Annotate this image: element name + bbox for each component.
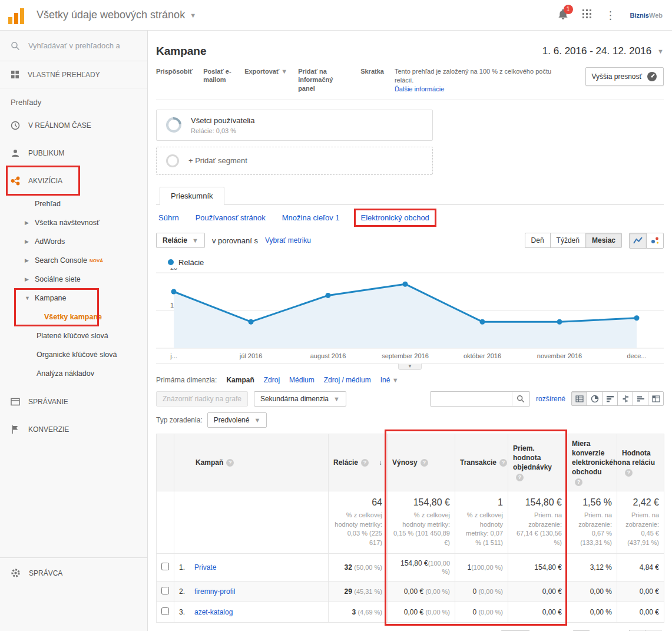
percentage-view-button[interactable]: [587, 391, 603, 406]
comparison-view-button[interactable]: [617, 391, 633, 406]
tab-explorer[interactable]: Prieskumník: [160, 187, 224, 205]
select-metric-link[interactable]: Vybrať metriku: [265, 236, 311, 245]
sidebar-item-all-traffic[interactable]: ▶Všetka návštevnosť: [0, 213, 147, 232]
sidebar-item-adwords[interactable]: ▶AdWords: [0, 232, 147, 251]
granularity-week[interactable]: Týždeň: [550, 233, 586, 248]
sidebar-item-campaigns[interactable]: ▼Kampane: [0, 289, 147, 308]
table-search-button[interactable]: [512, 392, 529, 406]
total-transactions: 1: [460, 497, 503, 508]
export-button[interactable]: Exportovať ▼: [244, 67, 287, 75]
column-header-campaign[interactable]: Kampaň?: [174, 434, 329, 491]
report-subtabs: Súhrn Používanosť stránok Množina cieľov…: [156, 205, 664, 228]
advanced-search-link[interactable]: rozšírené: [536, 395, 565, 403]
segment-all-users[interactable]: Všetci používatelia Relácie: 0,03 %: [156, 110, 433, 141]
column-header-conv-rate[interactable]: Miera konverzie elektronického obchodu ?: [567, 434, 617, 491]
sidebar-item-audience[interactable]: PUBLIKUM: [0, 139, 147, 167]
sidebar-item-search-console[interactable]: ▶Search ConsoleNOVÁ: [0, 251, 147, 270]
column-header-transactions[interactable]: Transakcie?: [455, 434, 508, 491]
collapse-chart-button[interactable]: ▼: [398, 364, 422, 370]
row-checkbox[interactable]: [161, 563, 169, 570]
help-icon[interactable]: ?: [625, 469, 633, 477]
empty-donut-icon: [166, 154, 179, 167]
segment-donut-icon: [163, 114, 185, 136]
dimension-campaign[interactable]: Kampaň: [226, 376, 254, 384]
acquisition-share-icon: [11, 176, 20, 186]
sidebar-search[interactable]: [0, 31, 147, 61]
data-view-button[interactable]: [571, 391, 587, 406]
dimension-source-medium[interactable]: Zdroj / médium: [324, 376, 371, 384]
subtab-summary[interactable]: Súhrn: [158, 213, 179, 222]
apps-grid-button[interactable]: [582, 9, 591, 21]
collapse-icon: ▼: [25, 295, 35, 301]
pivot-view-button[interactable]: [648, 391, 664, 406]
sidebar-item-custom-reports[interactable]: VLASTNÉ PREHĽADY: [0, 61, 147, 88]
help-icon[interactable]: ?: [421, 459, 428, 467]
campaign-link[interactable]: Private: [194, 563, 216, 571]
row-checkbox[interactable]: [161, 607, 169, 615]
analytics-logo-icon: [8, 6, 26, 24]
help-icon[interactable]: ?: [361, 459, 369, 467]
sidebar-item-acq-overview[interactable]: Prehľad: [0, 194, 147, 213]
sidebar-item-conversions[interactable]: KONVERZIE: [0, 415, 147, 443]
report-search-input[interactable]: [28, 41, 137, 50]
sidebar-item-cost-analysis[interactable]: Analýza nákladov: [0, 364, 147, 383]
sidebar-item-realtime[interactable]: V REÁLNOM ČASE: [0, 111, 147, 139]
customize-button[interactable]: Prispôsobiť: [156, 67, 193, 75]
sessions-trend-chart: 1020j...júl 2016august 2016september 201…: [156, 268, 664, 361]
more-info-link[interactable]: Ďalšie informácie: [395, 85, 444, 92]
subtab-goal-set[interactable]: Množina cieľov 1: [282, 213, 340, 222]
date-range-selector[interactable]: 1. 6. 2016 - 24. 12. 2016 ▼: [542, 45, 664, 57]
plot-rows-button[interactable]: Znázorniť riadky na grafe: [156, 391, 248, 407]
sidebar-item-admin[interactable]: SPRÁVCA: [0, 557, 147, 588]
column-header-sessions[interactable]: Relácie?↓: [329, 434, 388, 491]
new-badge: NOVÁ: [90, 258, 103, 263]
dimension-other[interactable]: Iné ▼: [380, 376, 399, 384]
secondary-dimension-button[interactable]: Sekundárna dimenzia▼: [254, 391, 346, 407]
expand-icon: ▶: [25, 239, 35, 245]
notifications-button[interactable]: 1: [558, 9, 568, 22]
column-header-avg-order[interactable]: Priem. hodnota objednávky ?: [508, 434, 567, 491]
comparison-icon: [621, 395, 630, 402]
column-header-per-session[interactable]: Hodnota na reláciu ?: [617, 434, 664, 491]
term-cloud-view-button[interactable]: [633, 391, 648, 406]
sort-desc-icon: ↓: [379, 458, 382, 467]
email-button[interactable]: Poslať e-mailom: [203, 67, 234, 84]
dimension-medium[interactable]: Médium: [289, 376, 315, 384]
expand-icon: ▶: [25, 220, 35, 226]
table-search-input[interactable]: [431, 392, 512, 406]
sidebar-item-all-campaigns[interactable]: Všetky kampane: [0, 308, 147, 326]
sidebar-item-paid-keywords[interactable]: Platené kľúčové slová: [0, 326, 147, 345]
add-to-dashboard-button[interactable]: Pridať na informačný panel: [298, 67, 350, 92]
more-menu-button[interactable]: ⋮: [605, 10, 616, 21]
help-icon[interactable]: ?: [499, 459, 507, 467]
granularity-day[interactable]: Deň: [525, 233, 551, 248]
subtab-ecommerce[interactable]: Elektronický obchod: [361, 213, 429, 222]
campaign-link[interactable]: firemny-profil: [194, 587, 235, 596]
motion-chart-button[interactable]: [646, 233, 664, 249]
subtab-site-usage[interactable]: Používanosť stránok: [196, 213, 266, 222]
add-segment-button[interactable]: + Pridať segment: [156, 147, 433, 175]
granularity-month[interactable]: Mesiac: [585, 233, 622, 248]
line-chart-button[interactable]: [629, 233, 647, 249]
metric-select[interactable]: Relácie▼: [156, 233, 205, 248]
column-header-revenue[interactable]: Výnosy?: [388, 434, 455, 491]
sidebar-item-organic-keywords[interactable]: Organické kľúčové slová: [0, 345, 147, 364]
svg-text:august 2016: august 2016: [310, 352, 346, 359]
campaign-link[interactable]: azet-katalog: [194, 608, 233, 616]
sidebar-item-behavior[interactable]: SPRÁVANIE: [0, 388, 147, 415]
report-toolbar: Prispôsobiť Poslať e-mailom Exportovať ▼…: [156, 65, 664, 100]
sidebar-item-social[interactable]: ▶Sociálne siete: [0, 270, 147, 289]
help-icon[interactable]: ?: [575, 478, 582, 486]
help-icon[interactable]: ?: [516, 474, 524, 481]
precision-button[interactable]: Vyššia presnosť: [585, 67, 664, 86]
help-icon[interactable]: ?: [226, 459, 234, 467]
dimension-source[interactable]: Zdroj: [264, 376, 280, 384]
shortcut-button[interactable]: Skratka: [360, 67, 384, 75]
sidebar-item-acquisition[interactable]: AKVIZÍCIA: [0, 167, 147, 194]
performance-view-button[interactable]: [602, 391, 618, 406]
sort-type-select[interactable]: Predvolené▼: [207, 412, 267, 428]
row-checkbox[interactable]: [161, 587, 169, 594]
motion-chart-icon: [650, 236, 660, 245]
pivot-icon: [652, 395, 660, 402]
account-selector[interactable]: Všetky údaje webových stránok ▼: [37, 9, 196, 21]
